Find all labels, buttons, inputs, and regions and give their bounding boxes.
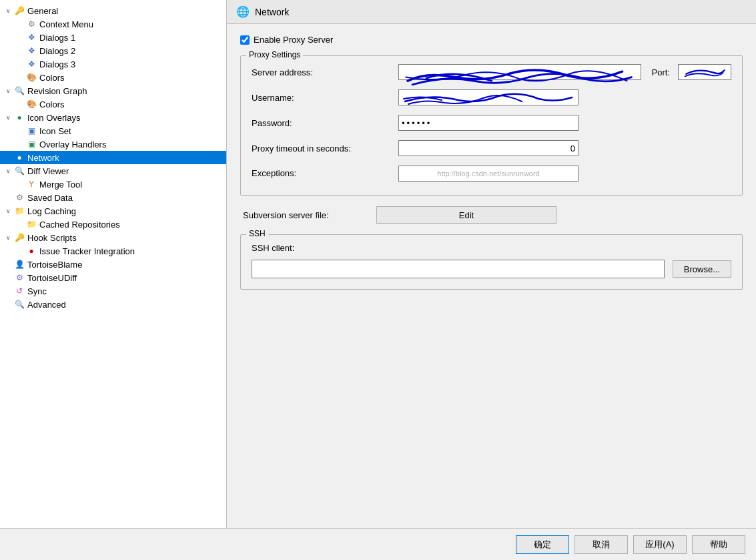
sidebar-item-label-tortoise-blame: TortoiseBlame <box>27 260 224 270</box>
bottom-bar: 确定 取消 应用(A) 帮助 <box>0 528 756 560</box>
enable-proxy-row: Enable Proxy Server <box>240 35 743 45</box>
sidebar-item-colors-revision[interactable]: 🎨Colors <box>0 97 226 111</box>
panel-header: 🌐 Network <box>227 0 756 24</box>
item-icon-advanced: 🔍 <box>13 299 25 310</box>
sidebar-item-colors-general[interactable]: 🎨Colors <box>0 71 226 84</box>
cancel-button[interactable]: 取消 <box>575 535 628 554</box>
settings-tree: ∨🔑General⚙Context Menu❖Dialogs 1❖Dialogs… <box>0 0 227 528</box>
ssh-legend: SSH <box>246 229 268 238</box>
sidebar-item-label-hook-scripts: Hook Scripts <box>27 233 224 243</box>
server-address-wrapper <box>398 64 641 80</box>
item-icon-overlay-handlers: ▣ <box>25 139 37 150</box>
expand-icon-icon-overlays: ∨ <box>3 114 13 121</box>
item-icon-sync: ↺ <box>13 286 25 296</box>
sidebar-item-revision-graph[interactable]: ∨🔍Revision Graph <box>0 84 226 97</box>
exceptions-wrapper: http://blog.csdn.net/sunrunword <box>398 166 579 182</box>
item-icon-merge-tool: Y <box>25 179 37 190</box>
item-icon-icon-overlays: ● <box>13 112 25 123</box>
item-icon-colors-revision: 🎨 <box>25 99 37 109</box>
item-icon-saved-data: ⚙ <box>13 192 25 203</box>
sidebar-item-label-colors-revision: Colors <box>39 99 224 109</box>
server-address-row: Server address: Port: <box>252 64 731 80</box>
apply-button[interactable]: 应用(A) <box>633 535 687 554</box>
content-panel: 🌐 Network Enable Proxy Server Proxy Sett… <box>227 0 756 528</box>
sidebar-item-dialogs2[interactable]: ❖Dialogs 2 <box>0 44 226 57</box>
network-header-icon: 🌐 <box>236 5 250 18</box>
sidebar-item-tortoise-blame[interactable]: 👤TortoiseBlame <box>0 258 226 271</box>
exceptions-row: Exceptions: http://blog.csdn.net/sunrunw… <box>252 166 731 182</box>
item-icon-general: 🔑 <box>13 5 25 16</box>
sidebar-item-general[interactable]: ∨🔑General <box>0 4 226 17</box>
username-input[interactable] <box>398 89 579 105</box>
item-icon-revision-graph: 🔍 <box>13 85 25 96</box>
sidebar-item-label-overlay-handlers: Overlay Handlers <box>39 139 224 150</box>
timeout-input[interactable] <box>398 140 579 156</box>
ok-button[interactable]: 确定 <box>516 535 569 554</box>
sidebar-item-label-icon-overlays: Icon Overlays <box>27 113 224 123</box>
sidebar-item-saved-data[interactable]: ⚙Saved Data <box>0 191 226 204</box>
timeout-row: Proxy timeout in seconds: <box>252 140 731 156</box>
sidebar-item-icon-overlays[interactable]: ∨●Icon Overlays <box>0 111 226 124</box>
server-address-input[interactable] <box>398 64 641 80</box>
enable-proxy-checkbox[interactable] <box>240 35 250 45</box>
sidebar-item-network[interactable]: ●Network <box>0 151 226 164</box>
item-icon-hook-scripts: 🔑 <box>13 232 25 243</box>
sidebar-item-dialogs1[interactable]: ❖Dialogs 1 <box>0 31 226 44</box>
browse-button[interactable]: Browse... <box>673 260 731 278</box>
sidebar-item-label-merge-tool: Merge Tool <box>39 180 224 190</box>
sidebar-item-diff-viewer[interactable]: ∨🔍Diff Viewer <box>0 164 226 178</box>
sidebar-item-label-saved-data: Saved Data <box>27 193 224 203</box>
sidebar-item-merge-tool[interactable]: YMerge Tool <box>0 178 226 191</box>
port-input[interactable] <box>678 64 731 80</box>
item-icon-context-menu: ⚙ <box>25 19 37 29</box>
help-button[interactable]: 帮助 <box>692 535 745 554</box>
item-icon-icon-set: ▣ <box>25 125 37 136</box>
username-wrapper <box>398 89 579 105</box>
ssh-input-row: Browse... <box>252 260 731 278</box>
exceptions-input[interactable] <box>398 166 579 182</box>
server-address-label: Server address: <box>252 67 398 77</box>
ssh-client-label: SSH client: <box>252 243 294 253</box>
subversion-row: Subversion server file: Edit <box>240 206 743 224</box>
username-label: Username: <box>252 93 398 103</box>
edit-button[interactable]: Edit <box>376 206 556 224</box>
sidebar-item-label-tortoise-udiff: TortoiseUDiff <box>27 273 224 283</box>
sidebar-item-cached-repos[interactable]: 📁Cached Repositories <box>0 218 226 231</box>
item-icon-dialogs3: ❖ <box>25 59 37 69</box>
password-wrapper <box>398 115 579 131</box>
ssh-client-input[interactable] <box>252 260 665 278</box>
subversion-label: Subversion server file: <box>243 210 376 220</box>
sidebar-item-dialogs3[interactable]: ❖Dialogs 3 <box>0 57 226 71</box>
item-icon-dialogs1: ❖ <box>25 32 37 43</box>
sidebar-item-icon-set[interactable]: ▣Icon Set <box>0 124 226 137</box>
password-row: Password: <box>252 115 731 131</box>
proxy-settings-legend: Proxy Settings <box>246 50 303 59</box>
port-label: Port: <box>652 67 670 77</box>
sidebar-item-label-diff-viewer: Diff Viewer <box>27 166 224 176</box>
password-input[interactable] <box>398 115 579 131</box>
item-icon-log-caching: 📁 <box>13 206 25 216</box>
sidebar-item-label-dialogs2: Dialogs 2 <box>39 46 224 56</box>
sidebar-item-advanced[interactable]: 🔍Advanced <box>0 298 226 311</box>
port-wrapper <box>678 64 731 80</box>
sidebar-item-hook-scripts[interactable]: ∨🔑Hook Scripts <box>0 231 226 244</box>
ssh-group: SSH SSH client: Browse... <box>240 234 743 290</box>
server-address-input-group: Port: <box>398 64 731 80</box>
sidebar-item-label-context-menu: Context Menu <box>39 19 224 29</box>
sidebar-item-log-caching[interactable]: ∨📁Log Caching <box>0 204 226 218</box>
sidebar-item-label-log-caching: Log Caching <box>27 206 224 216</box>
sidebar-item-context-menu[interactable]: ⚙Context Menu <box>0 17 226 31</box>
item-icon-diff-viewer: 🔍 <box>13 166 25 176</box>
sidebar-item-sync[interactable]: ↺Sync <box>0 284 226 298</box>
sidebar-item-label-issue-tracker: Issue Tracker Integration <box>39 246 224 256</box>
timeout-label: Proxy timeout in seconds: <box>252 144 398 154</box>
password-label: Password: <box>252 118 398 128</box>
item-icon-cached-repos: 📁 <box>25 219 37 230</box>
sidebar-item-issue-tracker[interactable]: ●Issue Tracker Integration <box>0 244 226 258</box>
sidebar-item-overlay-handlers[interactable]: ▣Overlay Handlers <box>0 137 226 151</box>
expand-icon-hook-scripts: ∨ <box>3 234 13 241</box>
sidebar-item-tortoise-udiff[interactable]: ⚙TortoiseUDiff <box>0 271 226 284</box>
exceptions-label: Exceptions: <box>252 166 398 178</box>
panel-body: Enable Proxy Server Proxy Settings Serve… <box>227 24 756 528</box>
item-icon-tortoise-udiff: ⚙ <box>13 272 25 283</box>
